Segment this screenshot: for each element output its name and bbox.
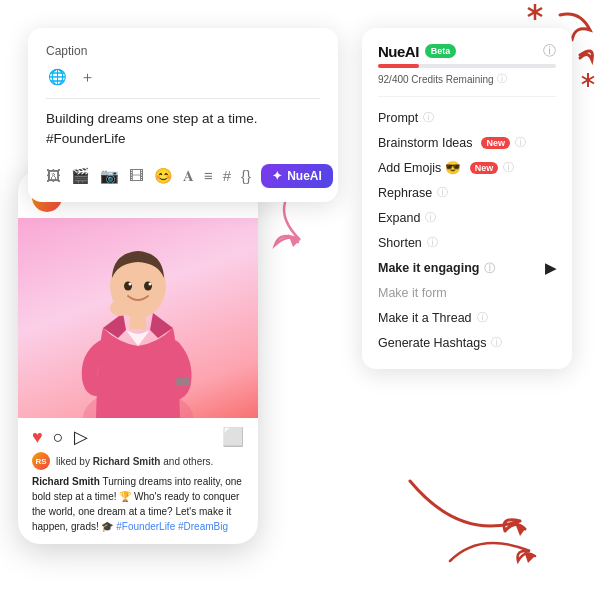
svg-line-2 xyxy=(528,8,542,16)
credits-text-value: 92/400 Credits Remaining xyxy=(378,74,494,85)
nueai-menu-item[interactable]: Make it form xyxy=(378,281,556,305)
align-icon[interactable]: ≡ xyxy=(204,167,213,184)
comment-icon[interactable]: ○ xyxy=(53,427,64,448)
menu-info-icon: ⓘ xyxy=(477,310,488,325)
nueai-btn-label: NueAI xyxy=(287,169,322,183)
ig-liked-text: liked by Richard Smith and others. xyxy=(56,456,213,467)
liked-name: Richard Smith xyxy=(93,456,161,467)
menu-info-icon: ⓘ xyxy=(515,135,526,150)
caption-toolbar: 🌐 ＋ xyxy=(46,66,320,88)
liked-text-prefix: liked by xyxy=(56,456,90,467)
menu-item-left: Rephraseⓘ xyxy=(378,185,448,200)
phone-card: RS Richard Smith ··· xyxy=(18,170,258,544)
hash-icon[interactable]: # xyxy=(223,167,231,184)
globe-icon[interactable]: 🌐 xyxy=(46,66,68,88)
menu-item-left: Generate Hashtagsⓘ xyxy=(378,335,502,350)
nueai-logo: NueAI xyxy=(378,43,419,60)
photo-icon[interactable]: 📷 xyxy=(100,167,119,185)
svg-line-1 xyxy=(528,8,542,16)
menu-info-icon: ⓘ xyxy=(484,261,495,276)
menu-info-icon: ⓘ xyxy=(437,185,448,200)
code-icon[interactable]: {} xyxy=(241,167,251,184)
svg-rect-11 xyxy=(130,313,146,329)
svg-point-17 xyxy=(149,283,152,286)
beta-badge: Beta xyxy=(425,44,457,58)
caption-name: Richard Smith xyxy=(32,476,100,487)
credits-info-icon[interactable]: ⓘ xyxy=(497,72,507,86)
nueai-menu-item[interactable]: Make it a Threadⓘ xyxy=(378,305,556,330)
share-icon[interactable]: ▷ xyxy=(74,426,88,448)
menu-item-left: Brainstorm IdeasNewⓘ xyxy=(378,135,526,150)
svg-rect-13 xyxy=(176,378,190,386)
svg-marker-7 xyxy=(524,551,535,563)
nueai-menu-item[interactable]: Shortenⓘ xyxy=(378,230,556,255)
nueai-menu-item[interactable]: Make it engagingⓘ▶ xyxy=(378,255,556,281)
svg-line-4 xyxy=(582,77,594,84)
new-badge: New xyxy=(470,162,499,174)
menu-item-label: Shorten xyxy=(378,236,422,250)
like-icon[interactable]: ♥ xyxy=(32,427,43,448)
menu-item-left: Add Emojis 😎Newⓘ xyxy=(378,160,514,175)
nueai-divider xyxy=(378,96,556,97)
caption-divider xyxy=(46,98,320,99)
nueai-logo-row: NueAI Beta xyxy=(378,43,456,60)
play-arrow-icon: ▶ xyxy=(545,260,556,276)
add-icon[interactable]: ＋ xyxy=(76,66,98,88)
menu-item-label: Add Emojis 😎 xyxy=(378,160,461,175)
nueai-button[interactable]: ✦ NueAI xyxy=(261,164,333,188)
menu-info-icon: ⓘ xyxy=(503,160,514,175)
text-icon[interactable]: 𝐀 xyxy=(183,167,194,185)
credits-bar-container: 92/400 Credits Remaining ⓘ xyxy=(378,64,556,86)
bookmark-icon[interactable]: ⬜ xyxy=(222,426,244,448)
menu-item-left: Make it a Threadⓘ xyxy=(378,310,488,325)
caption-text: Building dreams one step at a time. #Fou… xyxy=(46,109,320,150)
nueai-menu-item[interactable]: Expandⓘ xyxy=(378,205,556,230)
menu-item-label: Make it a Thread xyxy=(378,311,472,325)
image-icon[interactable]: 🖼 xyxy=(46,167,61,184)
nueai-menu-item[interactable]: Rephraseⓘ xyxy=(378,180,556,205)
menu-info-icon: ⓘ xyxy=(427,235,438,250)
caption-hashtags: #FounderLife #DreamBig xyxy=(116,521,228,532)
nueai-menu-item[interactable]: Generate Hashtagsⓘ xyxy=(378,330,556,355)
svg-line-5 xyxy=(582,77,594,84)
nueai-panel: NueAI Beta ⓘ 92/400 Credits Remaining ⓘ … xyxy=(362,28,572,369)
ig-caption-row: Richard Smith Turning dreams into realit… xyxy=(18,474,258,544)
menu-item-label: Generate Hashtags xyxy=(378,336,486,350)
menu-item-label: Make it form xyxy=(378,286,447,300)
nueai-menu-item[interactable]: Promptⓘ xyxy=(378,105,556,130)
caption-icons-row: 🖼 🎬 📷 🎞 😊 𝐀 ≡ # {} ✦ NueAI xyxy=(46,164,320,188)
credits-bar-fill xyxy=(378,64,419,68)
menu-item-left: Make it engagingⓘ xyxy=(378,261,495,276)
menu-info-icon: ⓘ xyxy=(491,335,502,350)
nueai-star-icon: ✦ xyxy=(272,169,282,183)
man-figure xyxy=(68,218,208,418)
menu-info-icon: ⓘ xyxy=(423,110,434,125)
panel-info-icon[interactable]: ⓘ xyxy=(543,42,556,60)
ig-actions: ♥ ○ ▷ ⬜ xyxy=(18,418,258,452)
caption-label: Caption xyxy=(46,44,320,58)
ig-liked-row: RS liked by Richard Smith and others. xyxy=(18,452,258,474)
menu-info-icon: ⓘ xyxy=(425,210,436,225)
credits-bar-bg xyxy=(378,64,556,68)
new-badge: New xyxy=(481,137,510,149)
liked-avatar: RS xyxy=(32,452,50,470)
svg-marker-8 xyxy=(288,234,298,247)
nueai-menu-item[interactable]: Add Emojis 😎Newⓘ xyxy=(378,155,556,180)
caption-card: Caption 🌐 ＋ Building dreams one step at … xyxy=(28,28,338,202)
menu-item-label: Brainstorm Ideas xyxy=(378,136,472,150)
svg-marker-6 xyxy=(515,523,525,536)
emoji-icon[interactable]: 😊 xyxy=(154,167,173,185)
menu-item-label: Rephrase xyxy=(378,186,432,200)
menu-item-label: Expand xyxy=(378,211,420,225)
menu-item-left: Promptⓘ xyxy=(378,110,434,125)
nueai-menu-item[interactable]: Brainstorm IdeasNewⓘ xyxy=(378,130,556,155)
menu-item-left: Expandⓘ xyxy=(378,210,436,225)
menu-item-label: Make it engaging xyxy=(378,261,479,275)
gif-icon[interactable]: 🎞 xyxy=(129,167,144,184)
ig-photo xyxy=(18,218,258,418)
menu-item-label: Prompt xyxy=(378,111,418,125)
menu-item-left: Shortenⓘ xyxy=(378,235,438,250)
nueai-header: NueAI Beta ⓘ xyxy=(378,42,556,60)
video-icon[interactable]: 🎬 xyxy=(71,167,90,185)
menu-item-left: Make it form xyxy=(378,286,447,300)
